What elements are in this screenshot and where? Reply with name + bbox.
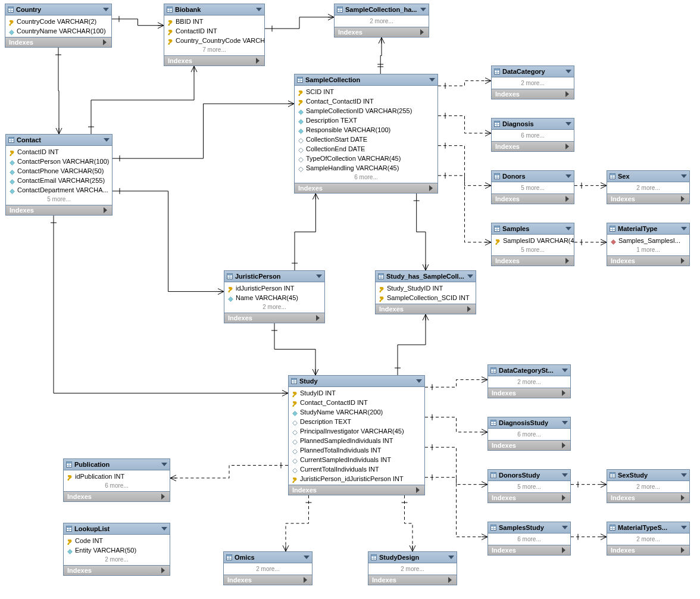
column-row[interactable]: ContactPhone VARCHAR(50) (6, 166, 112, 176)
indexes-section[interactable]: Indexes (164, 55, 264, 65)
entity-header[interactable]: Biobank (164, 4, 264, 15)
indexes-section[interactable]: Indexes (607, 545, 689, 555)
chevron-right-icon[interactable] (565, 196, 569, 202)
entity-datacat[interactable]: DataCategory2 more...Indexes (491, 65, 574, 99)
column-row[interactable]: ContactEmail VARCHAR(255) (6, 176, 112, 185)
more-indicator[interactable]: 2 more... (607, 482, 689, 491)
column-row[interactable]: StudyID INT (289, 388, 424, 398)
chevron-down-icon[interactable] (562, 473, 568, 477)
entity-header[interactable]: MaterialTypeS... (607, 522, 689, 534)
chevron-right-icon[interactable] (562, 442, 565, 448)
column-row[interactable]: SampleHandling VARCHAR(45) (295, 163, 438, 173)
more-indicator[interactable]: 1 more... (607, 245, 689, 254)
entity-study[interactable]: StudyStudyID INTContact_ContactID INTStu… (288, 375, 425, 495)
entity-mattype[interactable]: MaterialTypeSamples_SamplesI...1 more...… (607, 223, 690, 266)
column-row[interactable]: Entity VARCHAR(50) (64, 545, 170, 555)
entity-header[interactable]: MaterialType (607, 223, 689, 235)
indexes-section[interactable]: Indexes (295, 183, 438, 193)
column-row[interactable]: StudyName VARCHAR(200) (289, 407, 424, 417)
chevron-right-icon[interactable] (161, 494, 165, 500)
entity-donorss[interactable]: DonorsStudy5 more...Indexes (488, 469, 571, 503)
chevron-down-icon[interactable] (681, 473, 687, 477)
column-row[interactable]: SamplesID VARCHAR(45) (492, 236, 574, 245)
column-row[interactable]: CurrentTotalIndividuals INT (289, 464, 424, 474)
column-row[interactable]: CountryName VARCHAR(100) (5, 26, 111, 36)
column-row[interactable]: ContactPerson VARCHAR(100) (6, 157, 112, 166)
chevron-down-icon[interactable] (161, 527, 167, 531)
indexes-section[interactable]: Indexes (376, 304, 476, 314)
chevron-down-icon[interactable] (562, 526, 568, 529)
entity-datacats[interactable]: DataCategorySt...2 more...Indexes (488, 364, 571, 398)
entity-header[interactable]: Publication (64, 459, 170, 470)
chevron-right-icon[interactable] (565, 91, 569, 97)
column-row[interactable]: Name VARCHAR(45) (224, 293, 324, 302)
more-indicator[interactable]: 6 more... (492, 131, 574, 140)
entity-contact[interactable]: ContactContactID INTContactPerson VARCHA… (5, 134, 112, 216)
chevron-right-icon[interactable] (448, 577, 452, 583)
chevron-right-icon[interactable] (681, 547, 685, 553)
chevron-down-icon[interactable] (565, 70, 571, 73)
chevron-right-icon[interactable] (562, 547, 565, 553)
chevron-right-icon[interactable] (316, 315, 320, 321)
more-indicator[interactable]: 2 more... (492, 79, 574, 88)
indexes-section[interactable]: Indexes (5, 37, 111, 47)
column-row[interactable]: CollectionStart DATE (295, 135, 438, 144)
entity-header[interactable]: Diagnosis (492, 118, 574, 130)
column-row[interactable]: TypeOfCollection VARCHAR(45) (295, 154, 438, 163)
column-row[interactable]: Description TEXT (295, 116, 438, 125)
indexes-section[interactable]: Indexes (607, 194, 689, 204)
column-row[interactable]: Study_StudyID INT (376, 283, 476, 293)
entity-sex[interactable]: Sex2 more...Indexes (607, 170, 690, 204)
entity-header[interactable]: LookupList (64, 523, 170, 535)
more-indicator[interactable]: 2 more... (64, 555, 170, 564)
chevron-down-icon[interactable] (416, 379, 422, 383)
chevron-right-icon[interactable] (562, 495, 565, 501)
entity-header[interactable]: SexStudy (607, 470, 689, 481)
column-row[interactable]: Contact_ContactID INT (289, 398, 424, 407)
more-indicator[interactable]: 2 more... (607, 183, 689, 192)
entity-header[interactable]: Country (5, 4, 111, 15)
chevron-right-icon[interactable] (103, 39, 107, 45)
column-row[interactable]: PlannedTotalIndividuals INT (289, 445, 424, 455)
column-row[interactable]: idPublication INT (64, 472, 170, 481)
chevron-down-icon[interactable] (429, 78, 435, 82)
column-row[interactable]: Responsible VARCHAR(100) (295, 125, 438, 135)
entity-header[interactable]: Omics (224, 552, 312, 563)
more-indicator[interactable]: 2 more... (335, 17, 429, 26)
indexes-section[interactable]: Indexes (488, 492, 570, 503)
column-row[interactable]: Country_CountryCode VARCHA... (164, 36, 264, 45)
entity-samples[interactable]: SamplesSamplesID VARCHAR(45)5 more...Ind… (491, 223, 574, 266)
chevron-down-icon[interactable] (562, 421, 568, 425)
chevron-down-icon[interactable] (681, 526, 687, 529)
indexes-section[interactable]: Indexes (224, 313, 324, 323)
chevron-right-icon[interactable] (161, 567, 165, 573)
entity-sexs[interactable]: SexStudy2 more...Indexes (607, 469, 690, 503)
chevron-down-icon[interactable] (316, 274, 322, 278)
indexes-section[interactable]: Indexes (64, 491, 170, 501)
indexes-section[interactable]: Indexes (6, 205, 112, 215)
entity-biobank[interactable]: BiobankBBID INTContactID INTCountry_Coun… (164, 4, 265, 66)
entity-header[interactable]: Samples (492, 223, 574, 235)
chevron-right-icon[interactable] (420, 29, 424, 35)
column-row[interactable]: CurrentSampledIndividuals INT (289, 455, 424, 464)
entity-header[interactable]: SampleCollection_ha... (335, 4, 429, 15)
entity-header[interactable]: Contact (6, 135, 112, 146)
more-indicator[interactable]: 5 more... (6, 195, 112, 204)
chevron-down-icon[interactable] (161, 463, 167, 466)
entity-stdes[interactable]: StudyDesign2 more...Indexes (368, 551, 457, 585)
more-indicator[interactable]: 6 more... (488, 430, 570, 439)
more-indicator[interactable]: 6 more... (488, 535, 570, 544)
chevron-right-icon[interactable] (429, 185, 433, 191)
entity-diag[interactable]: Diagnosis6 more...Indexes (491, 118, 574, 152)
indexes-section[interactable]: Indexes (492, 141, 574, 151)
entity-sc_has[interactable]: SampleCollection_ha...2 more...Indexes (334, 4, 429, 38)
column-row[interactable]: Samples_SamplesI... (607, 236, 689, 245)
entity-header[interactable]: DataCategorySt... (488, 365, 570, 376)
chevron-down-icon[interactable] (565, 174, 571, 178)
chevron-down-icon[interactable] (104, 138, 110, 142)
column-row[interactable]: PrincipalInvestigator VARCHAR(45) (289, 426, 424, 436)
entity-mattypes[interactable]: MaterialTypeS...2 more...Indexes (607, 522, 690, 556)
chevron-right-icon[interactable] (565, 258, 569, 264)
chevron-right-icon[interactable] (304, 577, 307, 583)
chevron-down-icon[interactable] (681, 227, 687, 230)
